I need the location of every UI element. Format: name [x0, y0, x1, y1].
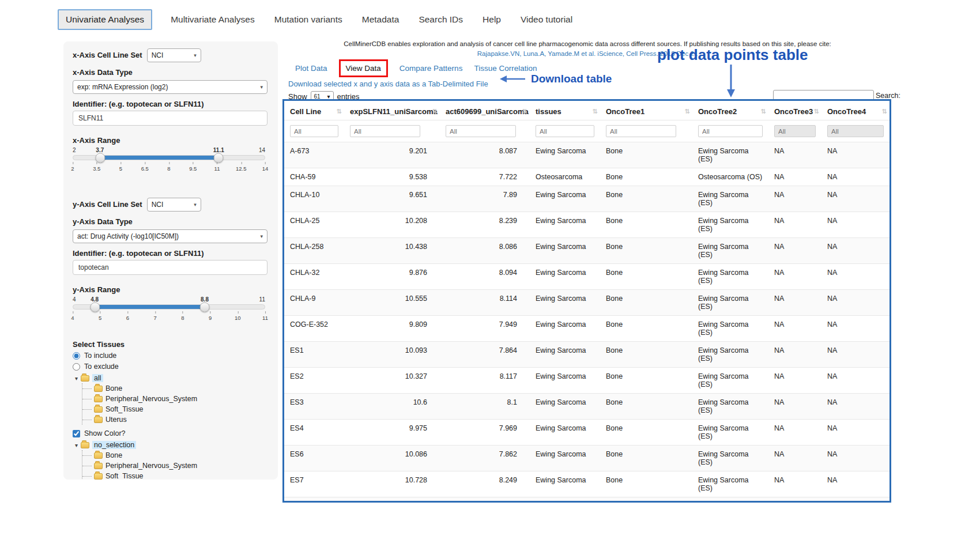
- filter-input-expslfn11-unisarcoma[interactable]: [350, 125, 420, 137]
- y-axis-cell-line-set-select[interactable]: NCI ▾: [147, 198, 201, 212]
- filter-input-oncotree3[interactable]: [774, 125, 816, 137]
- select-tissues-label: Select Tissues: [73, 340, 269, 349]
- table-row: ES210.3278.117Ewing SarcomaBoneEwing Sar…: [284, 368, 889, 394]
- slider-handle-low[interactable]: [90, 302, 100, 312]
- nav-tab-multivariate-analyses[interactable]: Multivariate Analyses: [169, 10, 256, 29]
- filter-input-oncotree1[interactable]: [606, 125, 676, 137]
- sidebar-panel: x-Axis Cell Line Set NCI ▾ x-Axis Data T…: [63, 41, 278, 480]
- table-row: ES310.68.1Ewing SarcomaBoneEwing Sarcoma…: [284, 394, 889, 420]
- y-axis-identifier-label: Identifier: (e.g. topotecan or SLFN11): [73, 249, 269, 258]
- filter-input-tissues[interactable]: [536, 125, 594, 137]
- folder-icon: [81, 442, 89, 448]
- left-arrow-icon: [499, 74, 526, 84]
- x-axis-data-type-select[interactable]: exp: mRNA Expression (log2) ▾: [73, 80, 267, 94]
- tree-root-label: no_selection: [92, 441, 136, 449]
- slider-min-label: 2: [73, 147, 76, 153]
- data-table: Cell Line⇅expSLFN11_uniSarcoma⇅act609699…: [284, 101, 889, 503]
- slider-track[interactable]: [73, 304, 265, 310]
- radio-to-exclude[interactable]: [73, 363, 80, 371]
- tree-item-soft-tissue[interactable]: Soft_Tissue: [88, 471, 269, 480]
- nav-tab-video-tutorial[interactable]: Video tutorial: [519, 10, 574, 29]
- y-axis-range-slider[interactable]: 44.88.8114567891011: [73, 296, 265, 323]
- y-axis-data-type-label: y-Axis Data Type: [73, 217, 269, 226]
- slider-ticks: 4567891011: [73, 311, 265, 323]
- y-axis-identifier-input[interactable]: [73, 260, 267, 275]
- table-row: CHLA-25810.4388.086Ewing SarcomaBoneEwin…: [284, 238, 889, 264]
- tree-item-bone[interactable]: Bone: [88, 383, 269, 394]
- table-row: ES710.7288.249Ewing SarcomaBoneEwing Sar…: [284, 471, 889, 497]
- data-table-container: Cell Line⇅expSLFN11_uniSarcoma⇅act609699…: [282, 99, 891, 503]
- x-axis-range-label: x-Axis Range: [73, 136, 269, 145]
- filter-input-act609699-unisarcoma[interactable]: [446, 125, 516, 137]
- nav-tab-mutation-variants[interactable]: Mutation variants: [273, 10, 344, 29]
- show-color-row[interactable]: Show Color?: [73, 429, 269, 437]
- radio-to-include[interactable]: [73, 352, 80, 360]
- nav-tab-univariate-analyses[interactable]: Univariate Analyses: [58, 9, 152, 30]
- tree-root-label: all: [92, 374, 103, 382]
- tree-expander-icon[interactable]: ▾: [75, 442, 78, 448]
- tab-compare-patterns[interactable]: Compare Patterns: [399, 64, 463, 73]
- column-header-oncotree2[interactable]: OncoTree2⇅: [692, 101, 768, 120]
- table-row: CHA-599.5387.722OsteosarcomaBoneOsteosar…: [284, 168, 889, 186]
- folder-icon: [81, 375, 89, 382]
- x-axis-range-slider[interactable]: 23.711.11423.556.589.51112.514: [73, 147, 265, 173]
- sort-icon: ⇅: [685, 108, 690, 115]
- filter-input-oncotree2[interactable]: [698, 125, 763, 137]
- folder-icon: [94, 417, 103, 423]
- column-header-oncotree1[interactable]: OncoTree1⇅: [600, 101, 692, 120]
- filter-input-cell-line[interactable]: [290, 125, 338, 137]
- column-header-tissues[interactable]: tissues⇅: [530, 101, 600, 120]
- table-filter-row: [284, 120, 889, 142]
- tree-root-all[interactable]: ▾all: [75, 374, 269, 382]
- search-label: Search:: [876, 92, 900, 100]
- x-axis-cell-line-set-select[interactable]: NCI ▾: [147, 48, 201, 62]
- column-header-oncotree3[interactable]: OncoTree3⇅: [768, 101, 821, 120]
- column-header-act609699-unisarcoma[interactable]: act609699_uniSarcoma⇅: [440, 101, 530, 120]
- sort-icon: ⇅: [882, 108, 887, 115]
- column-header-cell-line[interactable]: Cell Line⇅: [284, 101, 344, 120]
- down-arrow-icon: [725, 65, 737, 98]
- column-header-expslfn11-unisarcoma[interactable]: expSLFN11_uniSarcoma⇅: [344, 101, 440, 120]
- to-include-label: To include: [84, 352, 116, 360]
- download-link[interactable]: Download selected x and y axis data as a…: [288, 80, 488, 88]
- table-row: CHLA-329.8768.094Ewing SarcomaBoneEwing …: [284, 264, 889, 290]
- radio-row-to-exclude[interactable]: To exclude: [73, 363, 269, 371]
- y-axis-data-type-value: act: Drug Activity (-log10[IC50M]): [77, 232, 179, 240]
- top-nav-tabs: Univariate AnalysesMultivariate Analyses…: [58, 9, 574, 30]
- tree-item-soft-tissue[interactable]: Soft_Tissue: [88, 404, 269, 414]
- column-header-oncotree4[interactable]: OncoTree4⇅: [821, 101, 889, 120]
- tab-tissue-correlation[interactable]: Tissue Correlation: [474, 64, 537, 73]
- tab-plot-data[interactable]: Plot Data: [295, 64, 327, 73]
- slider-handle-low[interactable]: [96, 153, 105, 163]
- tree-item-peripheral-nervous-system[interactable]: Peripheral_Nervous_System: [88, 461, 269, 471]
- tree-root-no-selection[interactable]: ▾no_selection: [75, 441, 269, 449]
- annotation-download-table-text: Download table: [531, 73, 612, 85]
- y-axis-cell-line-set-value: NCI: [152, 201, 164, 209]
- red-highlight-box: View Data: [339, 59, 388, 77]
- tree-expander-icon[interactable]: ▾: [75, 375, 78, 382]
- slider-handle-high[interactable]: [213, 153, 223, 163]
- table-row: CHLA-2510.2088.239Ewing SarcomaBoneEwing…: [284, 212, 889, 238]
- folder-icon: [94, 406, 103, 413]
- slider-handle-high[interactable]: [199, 302, 209, 312]
- nav-tab-metadata[interactable]: Metadata: [361, 10, 401, 29]
- chevron-down-icon: ▾: [260, 84, 263, 90]
- filter-input-oncotree4[interactable]: [827, 125, 884, 137]
- nav-tab-search-ids[interactable]: Search IDs: [417, 10, 464, 29]
- nav-tab-help[interactable]: Help: [481, 10, 502, 29]
- x-axis-cell-line-set-value: NCI: [152, 51, 164, 59]
- annotation-download-table: Download table: [499, 73, 612, 85]
- radio-row-to-include[interactable]: To include: [73, 352, 269, 360]
- show-color-checkbox[interactable]: [73, 430, 80, 437]
- y-axis-range-label: y-Axis Range: [73, 285, 269, 294]
- tree-item-uterus[interactable]: Uterus: [88, 414, 269, 425]
- sort-icon: ⇅: [761, 108, 766, 115]
- y-axis-cell-line-set-label: y-Axis Cell Line Set: [73, 200, 142, 209]
- tab-view-data[interactable]: View Data: [346, 64, 381, 73]
- folder-icon: [94, 463, 103, 469]
- slider-track[interactable]: [73, 155, 265, 160]
- tree-item-peripheral-nervous-system[interactable]: Peripheral_Nervous_System: [88, 394, 269, 404]
- tree-item-bone[interactable]: Bone: [88, 450, 269, 461]
- y-axis-data-type-select[interactable]: act: Drug Activity (-log10[IC50M]) ▾: [73, 229, 267, 243]
- x-axis-identifier-input[interactable]: [73, 111, 267, 126]
